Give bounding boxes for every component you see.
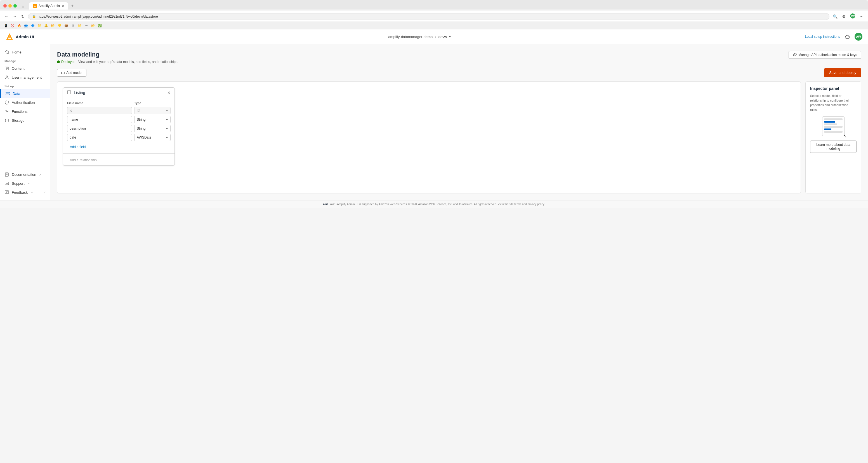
cloud-icon-button[interactable]	[843, 33, 851, 40]
app-logo: Admin UI	[6, 33, 34, 40]
key-icon	[793, 53, 797, 57]
model-close-button[interactable]: ✕	[167, 90, 170, 95]
canvas-inspector: ✕ Field name Type	[57, 82, 861, 194]
sidebar-item-support[interactable]: Support ↗	[0, 179, 50, 188]
data-icon	[5, 91, 10, 96]
sidebar-section-setup: Set up	[0, 82, 50, 89]
sidebar-label-data: Data	[12, 91, 20, 96]
address-bar[interactable]: 🔒 https://eu-west-2.admin.amplifyapp.com…	[28, 13, 829, 20]
bookmark-4[interactable]: 👥	[24, 23, 29, 28]
svg-point-12	[5, 119, 8, 120]
sidebar-item-functions[interactable]: Functions	[0, 107, 50, 116]
tab-title: Amplify Admin	[39, 4, 60, 8]
inspector-description: Select a model, field or relationship to…	[810, 93, 857, 112]
app-logo-text: Admin UI	[16, 34, 34, 39]
sidebar-toggle-icon[interactable]: ⊟	[19, 4, 27, 8]
learn-more-label: Learn more about data modeling	[816, 143, 850, 151]
manage-api-button[interactable]: Manage API authorization mode & keys	[788, 51, 861, 59]
add-relationship-label: + Add a relationship	[67, 158, 97, 162]
model-card-icon	[67, 90, 71, 95]
bookmark-9[interactable]: 💛	[57, 23, 62, 28]
traffic-light-green[interactable]	[13, 4, 17, 7]
sidebar-item-data[interactable]: Data	[0, 89, 50, 98]
model-name-input[interactable]	[74, 90, 165, 95]
listing-model-card: ✕ Field name Type	[63, 87, 175, 166]
field-row-date: String Int Float Boolean ID AWSDate	[67, 134, 170, 141]
deployed-badge: Deployed	[57, 60, 75, 64]
tab-close-button[interactable]: ✕	[62, 4, 64, 8]
bookmark-10[interactable]: 📦	[64, 23, 69, 28]
bookmark-3[interactable]: 🔥	[17, 23, 22, 28]
field-row-description: String Int Float Boolean ID AWSDate	[67, 125, 170, 132]
sidebar-item-user-management[interactable]: User management	[0, 73, 50, 82]
field-name-description[interactable]	[67, 125, 132, 132]
sidebar-collapse-icon[interactable]: ‹	[44, 190, 45, 194]
sidebar-item-home[interactable]: Home	[0, 48, 50, 57]
header-breadcrumb: amplify-datamanager-demo › devw ▾	[37, 35, 802, 39]
bookmark-5[interactable]: 🔷	[30, 23, 35, 28]
menu-button[interactable]: ⋯	[859, 14, 865, 19]
field-type-id: ID	[134, 107, 170, 114]
home-icon	[4, 50, 9, 54]
user-avatar[interactable]: AW	[855, 33, 862, 40]
traffic-light-yellow[interactable]	[8, 4, 12, 7]
bookmark-2[interactable]: 🚫	[10, 23, 15, 28]
reload-button[interactable]: ↻	[20, 14, 26, 19]
feedback-icon	[4, 190, 9, 195]
sidebar-item-authentication[interactable]: Authentication	[0, 98, 50, 107]
bookmark-12[interactable]: 📁	[77, 23, 82, 28]
support-icon	[4, 181, 9, 185]
deployed-status: Deployed View and edit your app's data m…	[57, 60, 178, 64]
bookmark-8[interactable]: 📂	[50, 23, 55, 28]
inspector-line-6	[824, 131, 842, 133]
inspector-line-3	[824, 123, 837, 125]
functions-icon	[4, 109, 9, 114]
bookmark-14[interactable]: 📂	[91, 23, 96, 28]
extensions-button[interactable]: ⚙	[841, 14, 847, 19]
env-dropdown-button[interactable]: ▾	[449, 35, 451, 39]
sidebar-item-documentation[interactable]: Documentation ↗	[0, 170, 50, 179]
app-body: Home Manage Content User management Set …	[0, 44, 868, 200]
svg-rect-17	[5, 191, 9, 194]
forward-button[interactable]: →	[12, 14, 18, 19]
field-type-name[interactable]: String Int Float Boolean ID AWSDate	[134, 116, 170, 123]
bookmark-6[interactable]: 📁	[37, 23, 42, 28]
bookmark-7[interactable]: 🔔	[43, 23, 49, 28]
bookmarks-bar: 📱 🚫 🔥 👥 🔷 📁 🔔 📂 💛 📦 ⚙ 📁 ⋯ 📂 ✅	[0, 22, 868, 29]
profile-button[interactable]: AW	[849, 13, 856, 20]
content-icon	[4, 66, 9, 70]
sidebar-item-content[interactable]: Content	[0, 64, 50, 73]
support-external-icon: ↗	[27, 182, 30, 185]
new-tab-button[interactable]: +	[69, 2, 76, 9]
sidebar-label-support: Support	[12, 181, 25, 185]
sidebar-item-storage[interactable]: Storage	[0, 116, 50, 125]
back-button[interactable]: ←	[3, 14, 9, 19]
sidebar-label-content: Content	[12, 66, 25, 70]
field-name-name[interactable]	[67, 116, 132, 123]
add-field-button[interactable]: + Add a field	[67, 144, 86, 150]
aws-footer-logo: aws	[323, 203, 328, 206]
bookmark-1[interactable]: 📱	[3, 23, 8, 28]
manage-api-label: Manage API authorization mode & keys	[798, 53, 857, 57]
add-model-label: Add model	[66, 71, 82, 75]
local-setup-link[interactable]: Local setup instructions	[805, 35, 840, 39]
traffic-light-red[interactable]	[3, 4, 7, 7]
field-type-description[interactable]: String Int Float Boolean ID AWSDate	[134, 125, 170, 132]
field-type-date[interactable]: String Int Float Boolean ID AWSDate	[134, 134, 170, 141]
user-initials: AW	[856, 35, 861, 38]
svg-rect-23	[67, 91, 71, 94]
sidebar-item-feedback[interactable]: Feedback ↗ ‹	[0, 188, 50, 197]
app-header: Admin UI amplify-datamanager-demo › devw…	[0, 29, 868, 44]
add-relationship-button[interactable]: + Add a relationship	[67, 157, 97, 163]
add-model-button[interactable]: Add model	[57, 69, 86, 77]
page-header: Data modeling Deployed View and edit you…	[57, 51, 861, 64]
bookmark-11[interactable]: ⚙	[70, 23, 75, 28]
bookmark-15[interactable]: ✅	[97, 23, 102, 28]
field-name-date[interactable]	[67, 134, 132, 141]
save-deploy-button[interactable]: Save and deploy	[824, 68, 861, 77]
bookmark-13[interactable]: ⋯	[84, 23, 89, 28]
active-tab[interactable]: A Amplify Admin ✕	[29, 2, 68, 9]
search-button[interactable]: 🔍	[832, 14, 839, 19]
model-fields: Field name Type ID	[63, 98, 175, 153]
learn-more-button[interactable]: Learn more about data modeling	[810, 141, 857, 153]
